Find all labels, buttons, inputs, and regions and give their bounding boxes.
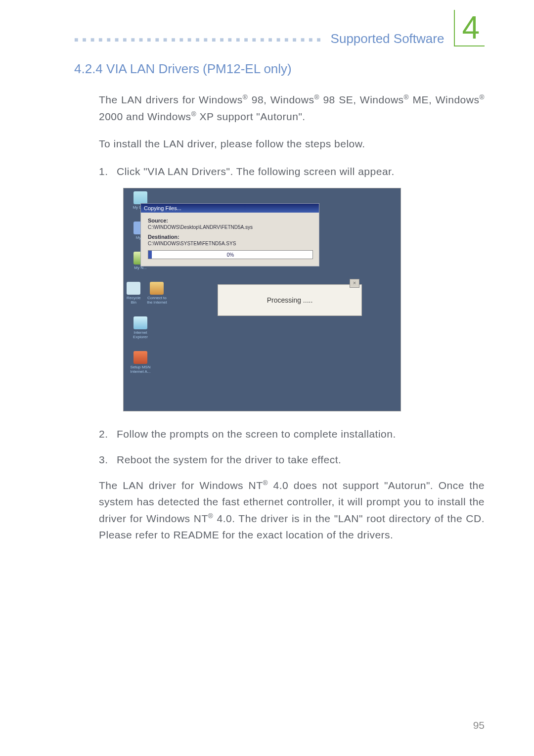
progress-fill	[148, 251, 152, 259]
step-3: 3. Reboot the system for the driver to t…	[99, 451, 485, 468]
registered-symbol: ®	[243, 93, 248, 101]
text-run: XP support "Autorun".	[196, 111, 305, 122]
source-label: Source:	[148, 218, 312, 223]
step-text: Reboot the system for the driver to take…	[117, 451, 341, 468]
registered-symbol: ®	[208, 512, 214, 520]
document-icon	[134, 191, 147, 204]
text-run: 98 SE, Windows	[319, 94, 404, 105]
registered-symbol: ®	[479, 93, 485, 101]
registered-symbol: ®	[404, 93, 409, 101]
progress-bar: 0%	[148, 250, 313, 259]
close-icon: ×	[350, 279, 359, 288]
destination-path: C:\WINDOWS\SYSTEM\FETND5A.SYS	[148, 241, 312, 246]
text-run: ME, Windows	[409, 94, 479, 105]
destination-label: Destination:	[148, 234, 312, 240]
step-text: Follow the prompts on the screen to comp…	[117, 426, 396, 443]
registered-symbol: ®	[191, 110, 197, 118]
recycle-bin-icon	[127, 282, 140, 295]
processing-text: Processing .....	[267, 296, 313, 304]
step-text: Click "VIA LAN Drivers". The following s…	[117, 163, 395, 180]
intro-paragraph-1: The LAN drivers for Windows® 98, Windows…	[99, 91, 485, 125]
ie-icon	[134, 316, 147, 329]
installer-screenshot: My Docs My C My N... Recycle Bin Connect…	[124, 188, 400, 411]
text-run: 98, Windows	[248, 94, 314, 105]
dialog-titlebar: Copying Files...	[141, 204, 319, 213]
icon-label: Setup MSN Internet A...	[127, 365, 154, 374]
source-path: C:\WINDOWS\Desktop\LANDRV\FETND5A.sys	[148, 224, 312, 230]
text-run: 2000 and Windows	[99, 111, 191, 122]
section-title: 4.2.4 VIA LAN Drivers (PM12-EL only)	[74, 61, 485, 77]
step-number: 3.	[99, 451, 110, 468]
progress-percent: 0%	[227, 252, 234, 258]
step-number: 2.	[99, 426, 110, 443]
header-section-title: Supported Software	[331, 31, 445, 46]
desktop-icon-ie: Internet Explorer	[127, 316, 154, 339]
chapter-number: 4	[454, 10, 485, 46]
note-paragraph: The LAN driver for Windows NT® 4.0 does …	[99, 477, 485, 543]
text-run: The LAN drivers for Windows	[99, 94, 243, 105]
step-1: 1. Click "VIA LAN Drivers". The followin…	[99, 163, 485, 180]
registered-symbol: ®	[263, 479, 268, 487]
icon-label: Connect to the Internet	[144, 296, 169, 305]
msn-icon	[134, 351, 147, 364]
icon-label: Recycle Bin	[127, 296, 140, 305]
desktop-icon-row: Recycle Bin Connect to the Internet	[127, 282, 154, 305]
processing-dialog: × Processing .....	[218, 284, 362, 316]
copying-files-dialog: Copying Files... Source: C:\WINDOWS\Desk…	[140, 203, 319, 267]
connect-icon	[150, 282, 164, 295]
header-dots: ■ ■ ■ ■ ■ ■ ■ ■ ■ ■ ■ ■ ■ ■ ■ ■ ■ ■ ■ ■ …	[74, 36, 325, 46]
page-number: 95	[473, 719, 485, 731]
step-number: 1.	[99, 163, 110, 180]
text-run: The LAN driver for Windows NT	[99, 480, 263, 491]
desktop-icon-msn: Setup MSN Internet A...	[127, 351, 154, 374]
icon-label: Internet Explorer	[127, 330, 154, 339]
intro-paragraph-2: To install the LAN driver, please follow…	[99, 135, 485, 152]
registered-symbol: ®	[314, 93, 319, 101]
step-2: 2. Follow the prompts on the screen to c…	[99, 426, 485, 443]
